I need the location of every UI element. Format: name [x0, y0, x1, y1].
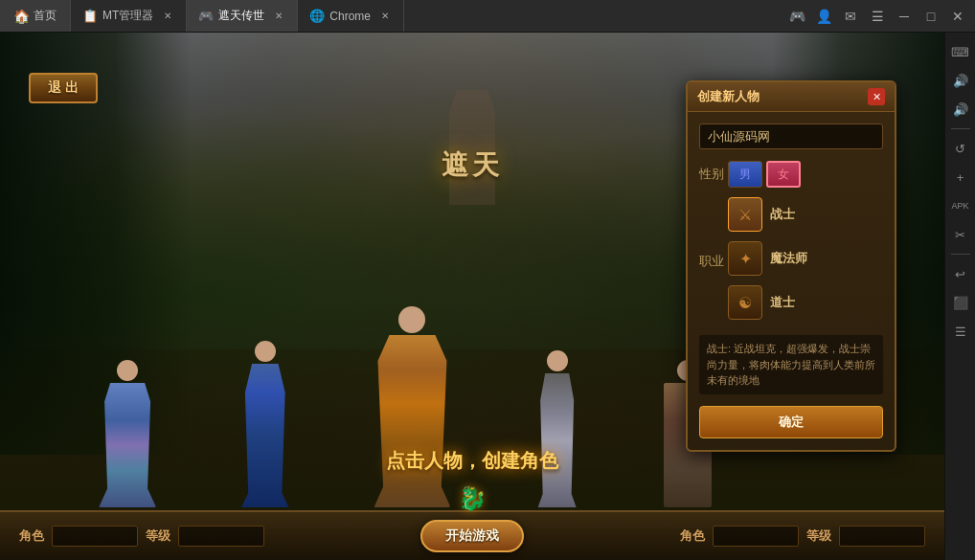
class-description: 战士: 近战坦克，超强爆发，战士崇尚力量，将肉体能力提高到人类前所未有的境地	[699, 335, 883, 394]
role-field-left	[52, 526, 138, 547]
character-1[interactable]	[99, 360, 156, 507]
character-selection[interactable]	[57, 306, 753, 507]
menu-btn[interactable]: ☰	[864, 3, 891, 30]
titlebar: 🏠 首页 📋 MT管理器 ✕ 🎮 遮天传世 ✕ 🌐 Chrome ✕ 🎮 👤 ✉…	[0, 0, 975, 33]
sidebar-keyboard-btn[interactable]: ⌨	[947, 38, 974, 65]
gender-label: 性别	[699, 166, 728, 183]
sidebar-home-btn[interactable]: ⬛	[947, 289, 974, 316]
char4-head	[547, 350, 568, 371]
tab-chrome-label: Chrome	[329, 10, 371, 23]
confirm-button[interactable]: 确定	[699, 406, 883, 438]
game-area: 退 出 遮天 点击人物，创建角色 🐉	[0, 33, 944, 560]
sidebar-sound-btn[interactable]: 🔊	[947, 96, 974, 123]
sidebar-scissors-btn[interactable]: ✂	[947, 221, 974, 248]
dragon-decoration: 🐉	[458, 485, 487, 512]
dialog-body: 性别 男 女 职业 ⚔ 战士 ✦ 魔法师 ☯	[688, 112, 895, 450]
click-instruction: 点击人物，创建角色	[386, 448, 558, 474]
gender-row: 性别 男 女	[699, 161, 883, 188]
char2-body	[238, 364, 291, 507]
game-title: 遮天	[442, 147, 503, 184]
tab-chrome[interactable]: 🌐 Chrome ✕	[298, 0, 404, 32]
taoist-icon: ☯	[728, 285, 762, 320]
warrior-name: 战士	[770, 206, 795, 223]
gender-male-button[interactable]: 男	[728, 161, 762, 188]
start-game-button[interactable]: 开始游戏	[420, 520, 524, 552]
tab-game-label: 遮天传世	[218, 8, 264, 24]
role-label-left: 角色	[19, 527, 44, 545]
tab-chrome-close[interactable]: ✕	[378, 10, 392, 23]
mt-icon: 📋	[82, 9, 98, 23]
game-icon: 🎮	[198, 9, 214, 23]
dialog-close-button[interactable]: ✕	[868, 88, 885, 105]
sidebar-refresh-btn[interactable]: ↺	[947, 135, 974, 162]
sidebar-menu-btn[interactable]: ☰	[947, 318, 974, 345]
class-options: ⚔ 战士 ✦ 魔法师 ☯ 道士	[728, 197, 883, 325]
tab-game[interactable]: 🎮 遮天传世 ✕	[187, 0, 298, 32]
bottom-bar: 角色 等级 开始游戏 角色 等级	[0, 510, 944, 560]
sidebar-add-btn[interactable]: +	[947, 164, 974, 190]
close-btn[interactable]: ✕	[944, 3, 971, 30]
tab-mt-label: MT管理器	[102, 8, 153, 24]
character-4[interactable]	[533, 350, 581, 507]
create-character-dialog: 创建新人物 ✕ 性别 男 女 职业 ⚔ 战士	[686, 80, 896, 452]
class-warrior[interactable]: ⚔ 战士	[728, 197, 883, 232]
sidebar-volume-btn[interactable]: 🔊	[947, 67, 974, 94]
dialog-title: 创建新人物	[697, 88, 760, 105]
char3-head	[398, 306, 425, 333]
message-btn[interactable]: ✉	[837, 3, 864, 30]
warrior-icon: ⚔	[728, 197, 762, 232]
bottom-right-section: 角色 等级	[680, 526, 925, 547]
class-label: 职业	[699, 253, 728, 270]
sidebar-divider-1	[951, 128, 970, 129]
gender-female-button[interactable]: 女	[766, 161, 801, 188]
home-tab-label: 首页	[34, 8, 57, 24]
role-label-right: 角色	[680, 527, 705, 545]
class-mage[interactable]: ✦ 魔法师	[728, 241, 883, 276]
dialog-titlebar: 创建新人物 ✕	[688, 82, 895, 112]
minimize-btn[interactable]: ─	[891, 3, 918, 30]
char3-body	[374, 335, 450, 507]
titlebar-tabs: 🏠 首页 📋 MT管理器 ✕ 🎮 遮天传世 ✕ 🌐 Chrome ✕	[0, 0, 404, 32]
mage-icon: ✦	[728, 241, 762, 276]
sidebar-right: ⌨ 🔊 🔊 ↺ + APK ✂ ↩ ⬛ ☰	[944, 33, 975, 560]
mage-name: 魔法师	[770, 250, 807, 267]
character-2[interactable]	[238, 341, 291, 507]
char4-body	[533, 373, 581, 507]
start-button-container: 开始游戏	[420, 520, 524, 552]
restore-btn[interactable]: □	[918, 3, 944, 30]
level-label-right: 等级	[806, 527, 831, 545]
char2-head	[255, 341, 276, 362]
tab-home[interactable]: 🏠 首页	[0, 0, 71, 32]
exit-button[interactable]: 退 出	[29, 73, 98, 103]
bottom-left-section: 角色 等级	[19, 526, 264, 547]
level-field-right	[839, 526, 925, 547]
sidebar-apk-btn[interactable]: APK	[947, 192, 974, 219]
class-taoist[interactable]: ☯ 道士	[728, 285, 883, 320]
home-icon: 🏠	[13, 9, 30, 24]
char1-head	[117, 360, 138, 381]
character-name-input[interactable]	[699, 123, 883, 149]
class-row: 职业 ⚔ 战士 ✦ 魔法师 ☯ 道士	[699, 197, 883, 325]
user-btn[interactable]: 👤	[810, 3, 837, 30]
taoist-name: 道士	[770, 294, 795, 311]
chrome-icon: 🌐	[309, 9, 325, 23]
tab-mt[interactable]: 📋 MT管理器 ✕	[71, 0, 187, 32]
sidebar-back-btn[interactable]: ↩	[947, 260, 974, 287]
sidebar-divider-2	[951, 254, 970, 255]
level-label-left: 等级	[146, 527, 170, 545]
character-3-warrior[interactable]	[374, 306, 450, 507]
titlebar-controls: 🎮 👤 ✉ ☰ ─ □ ✕	[783, 3, 975, 30]
gamepad-btn[interactable]: 🎮	[783, 3, 810, 30]
role-field-right	[713, 526, 799, 547]
char1-body	[99, 383, 156, 507]
level-field-left	[178, 526, 264, 547]
tab-mt-close[interactable]: ✕	[161, 10, 174, 23]
tab-game-close[interactable]: ✕	[272, 10, 285, 23]
